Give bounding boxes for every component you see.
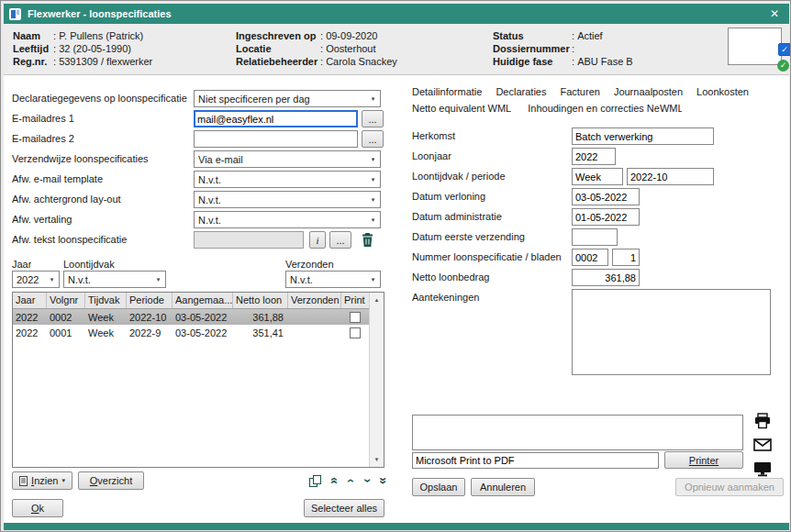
close-icon[interactable]: ✕ xyxy=(765,4,784,24)
verzendwijze-select[interactable]: Via e-mail▾ xyxy=(194,150,381,168)
email-template-label: Afw. e-mail template xyxy=(12,173,192,184)
tekst-loonspecificatie-label: Afw. tekst loonspecificatie xyxy=(12,234,192,245)
move-top-icon[interactable]: « xyxy=(328,471,342,490)
loontijdvak-periode-label: Loontijdvak / periode xyxy=(412,171,570,182)
status-ok-icon: ✓ xyxy=(777,60,789,72)
loontijdvak-filter-select[interactable]: N.v.t.▾ xyxy=(63,271,166,288)
opnieuw-aanmaken-button: Opnieuw aanmaken xyxy=(675,478,784,496)
table-scrollbar[interactable]: ▲ ▼ xyxy=(369,293,384,467)
chevron-down-icon: ▾ xyxy=(366,196,380,204)
status-value: Actief xyxy=(577,29,603,42)
herkomst-label: Herkomst xyxy=(412,130,570,141)
netto-loonbedrag-input[interactable] xyxy=(572,269,640,286)
email-icon[interactable] xyxy=(751,435,774,455)
move-up-icon[interactable]: ‹ xyxy=(345,471,358,490)
email-template-select[interactable]: N.v.t.▾ xyxy=(194,171,381,188)
declaratiegegevens-select[interactable]: Niet specificeren per dag▾ xyxy=(194,90,381,107)
tab-loonkosten[interactable]: Loonkosten xyxy=(696,86,749,97)
overzicht-button[interactable]: Overzicht xyxy=(78,471,144,490)
loonjaar-label: Loonjaar xyxy=(412,150,570,161)
header-checkbox[interactable]: ✓ xyxy=(778,43,791,56)
leeftijd-label: Leeftijd xyxy=(13,42,53,55)
netto-loonbedrag-label: Netto loonbedrag xyxy=(412,272,570,283)
tekst-more-button[interactable]: ... xyxy=(329,231,351,249)
titlebar: Flexwerker - loonspecificaties ✕ xyxy=(4,4,789,24)
emailadres2-more-button[interactable]: ... xyxy=(362,130,384,148)
verzonden-filter-select[interactable]: N.v.t.▾ xyxy=(285,271,381,288)
detail-subtabs: Netto equivalent WML Inhoudingen en corr… xyxy=(412,103,682,114)
periode-input[interactable] xyxy=(627,168,714,185)
jaar-filter-select[interactable]: 2022▾ xyxy=(12,271,60,288)
printer-button[interactable]: Printer xyxy=(664,451,743,469)
naam-label: Naam xyxy=(13,29,53,42)
tab-declaraties[interactable]: Declaraties xyxy=(496,86,546,97)
table-row[interactable]: 2022 0001 Week 2022-9 03-05-2022 351,41 xyxy=(13,325,384,340)
datum-verloning-label: Datum verloning xyxy=(412,191,570,202)
chevron-down-icon: ▾ xyxy=(151,276,165,283)
emailadres1-input[interactable] xyxy=(194,110,358,127)
emailadres1-label: E-mailadres 1 xyxy=(12,113,192,124)
aantekeningen-textarea[interactable] xyxy=(572,289,771,375)
regnr-label: Reg.nr. xyxy=(13,55,53,68)
datum-eerste-verzending-label: Datum eerste verzending xyxy=(412,231,570,242)
window-title: Flexwerker - loonspecificaties xyxy=(28,8,172,19)
tab-journaalposten[interactable]: Journaalposten xyxy=(614,86,683,97)
vertaling-select[interactable]: N.v.t.▾ xyxy=(194,211,381,228)
print-checkbox[interactable] xyxy=(350,312,361,323)
monitor-icon[interactable] xyxy=(751,459,774,479)
achtergrond-layout-label: Afw. achtergrond lay-out xyxy=(12,194,192,205)
table-header: Jaar Volgnr Tijdvak Periode Aangemaa... … xyxy=(13,293,384,309)
move-down-icon[interactable]: ‹ xyxy=(360,471,373,490)
datum-administratie-label: Datum administratie xyxy=(412,211,570,222)
print-checkbox[interactable] xyxy=(350,327,361,338)
loonjaar-input[interactable] xyxy=(572,148,616,165)
tab-facturen[interactable]: Facturen xyxy=(560,86,599,97)
col-tijdvak: Tijdvak xyxy=(85,293,127,308)
info-button[interactable]: i xyxy=(309,231,326,249)
subtab-inhoudingen-correcties[interactable]: Inhoudingen en correcties NeWML xyxy=(528,103,682,114)
header-col3: Status: Actief Dossiernummer: Huidige fa… xyxy=(493,29,633,68)
inzien-button[interactable]: Inzien ▾ xyxy=(12,471,72,490)
subtab-netto-equivalent-wml[interactable]: Netto equivalent WML xyxy=(412,103,511,114)
print-comment-textarea[interactable] xyxy=(412,415,743,450)
ok-button[interactable]: Ok xyxy=(12,499,63,517)
annuleren-button[interactable]: Annuleren xyxy=(471,478,535,496)
relatiebeheerder-value: Carola Snackey xyxy=(326,55,397,68)
scroll-down-icon[interactable]: ▼ xyxy=(370,452,384,467)
jaar-filter-label: Jaar xyxy=(12,259,31,270)
document-icon xyxy=(19,476,28,486)
detail-tabs: Detailinformatie Declaraties Facturen Jo… xyxy=(412,86,749,97)
chevron-down-icon: ▾ xyxy=(45,276,59,283)
emailadres2-input[interactable] xyxy=(194,130,358,148)
datum-eerste-verzending-input[interactable] xyxy=(572,228,618,246)
selecteer-alles-button[interactable]: Selecteer alles xyxy=(304,499,384,517)
chevron-down-icon: ▾ xyxy=(366,216,380,224)
opslaan-button[interactable]: Opslaan xyxy=(412,478,465,496)
chevron-down-icon: ▾ xyxy=(61,477,65,484)
verzonden-filter-label: Verzonden xyxy=(285,259,334,270)
trash-icon[interactable] xyxy=(357,231,377,249)
nummer-loonspecificatie-input[interactable] xyxy=(572,249,608,266)
emailadres1-more-button[interactable]: ... xyxy=(362,110,384,127)
dossiernummer-label: Dossiernummer xyxy=(493,42,572,55)
window-footer-bar xyxy=(4,523,789,530)
chevron-down-icon: ▾ xyxy=(366,156,380,163)
tab-detailinformatie[interactable]: Detailinformatie xyxy=(412,86,482,97)
achtergrond-layout-select[interactable]: N.v.t.▾ xyxy=(194,191,381,208)
table-row[interactable]: 2022 0002 Week 2022-10 03-05-2022 361,88 xyxy=(13,309,384,325)
herkomst-input[interactable] xyxy=(572,127,714,145)
move-bottom-icon[interactable]: « xyxy=(374,471,389,490)
datum-administratie-input[interactable] xyxy=(572,208,640,226)
bladen-input[interactable] xyxy=(612,249,640,266)
print-icon[interactable] xyxy=(751,411,774,431)
locatie-value: Oosterhout xyxy=(326,42,375,55)
col-aangemaakt: Aangemaa... xyxy=(173,293,233,308)
scroll-up-icon[interactable]: ▲ xyxy=(370,293,384,307)
printer-name-input[interactable] xyxy=(412,452,659,469)
loontijdvak-input[interactable] xyxy=(572,168,623,185)
datum-verloning-input[interactable] xyxy=(572,188,640,205)
loonspecificaties-table: Jaar Volgnr Tijdvak Periode Aangemaa... … xyxy=(12,292,384,468)
verzendwijze-label: Verzendwijze loonspecificaties xyxy=(12,153,192,164)
copy-pages-icon[interactable] xyxy=(306,471,324,490)
chevron-down-icon: ▾ xyxy=(366,176,380,183)
